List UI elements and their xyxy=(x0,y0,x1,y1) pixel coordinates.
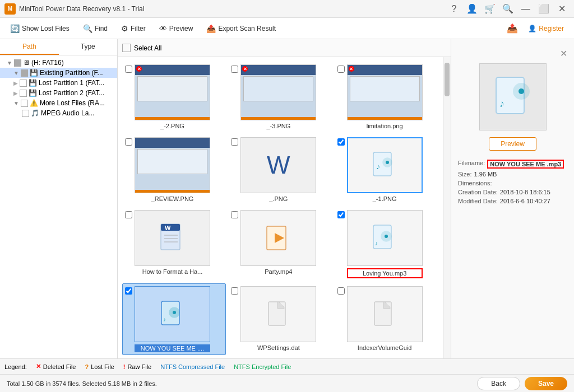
file-name: NOW YOU SEE ME .... xyxy=(135,344,210,352)
list-item[interactable]: ✕ _-3.PNG xyxy=(228,62,332,132)
tree-item-mpeg-audio[interactable]: 🎵 MPEG Audio La... xyxy=(0,108,117,118)
tree-item-existing-partition[interactable]: ▼ 💾 Existing Partition (F... xyxy=(0,68,117,78)
app-icon: M xyxy=(4,3,16,15)
preview-button[interactable]: 👁 Preview xyxy=(154,22,199,35)
tree-item-more-lost-files[interactable]: ▼ ⚠️ More Lost Files (RA... xyxy=(0,98,117,108)
drive-icon: 🖥 xyxy=(23,59,30,67)
partition-icon: 💾 xyxy=(29,89,37,97)
filename-value: NOW YOU SEE ME .mp3 xyxy=(487,160,564,169)
lost-partition-1-label: Lost Partition 1 (FAT... xyxy=(39,79,104,87)
mpeg-audio-checkbox[interactable] xyxy=(22,110,29,117)
filter-icon: ⚙ xyxy=(121,24,128,33)
file-checkbox[interactable] xyxy=(231,66,238,73)
minimize-icon[interactable]: — xyxy=(518,1,534,17)
ntfs-compressed-label: NTFS Compressed File xyxy=(160,363,225,370)
file-checkbox[interactable] xyxy=(337,211,345,218)
file-name: _-1.PNG xyxy=(347,195,423,202)
file-checkbox[interactable] xyxy=(337,287,345,295)
file-name: _-2.PNG xyxy=(135,123,210,129)
select-all-checkbox[interactable] xyxy=(122,44,131,52)
preview-mp3-icon: ♪ xyxy=(490,74,535,119)
svg-point-3 xyxy=(386,161,389,164)
list-item[interactable]: IndexerVolumeGuid xyxy=(335,283,438,355)
search-icon[interactable]: 🔍 xyxy=(500,1,516,17)
file-name: _REVIEW.PNG xyxy=(135,195,210,202)
file-thumbnail: W xyxy=(240,137,316,193)
show-lost-files-button[interactable]: 🔄 Show Lost Files xyxy=(4,22,75,35)
list-item[interactable]: ♪ NOW YOU SEE ME .... xyxy=(122,283,226,355)
filter-button[interactable]: ⚙ Filter xyxy=(115,22,151,35)
file-checkbox[interactable] xyxy=(337,138,345,146)
restore-icon[interactable]: ⬜ xyxy=(536,1,552,17)
file-name: Loving You.mp3 xyxy=(347,268,423,278)
close-icon[interactable]: ✕ xyxy=(554,1,570,17)
file-thumbnail: ✕ xyxy=(347,64,423,120)
raw-file-legend: ! Raw File xyxy=(123,363,151,370)
list-item[interactable]: ✕ limitation.png xyxy=(335,62,438,132)
left-panel: Path Type ▼ 🖥 (H: FAT16) ▼ 💾 Existing Pa… xyxy=(0,39,118,358)
help-icon[interactable]: ? xyxy=(446,1,462,17)
find-button[interactable]: 🔍 Find xyxy=(77,22,113,35)
lost-files-icon: 🔄 xyxy=(10,24,20,33)
preview-action-button[interactable]: Preview xyxy=(489,137,536,151)
size-label: Size: xyxy=(458,171,471,178)
creation-date-label: Creation Date: xyxy=(458,189,498,195)
tree-item-lost-partition-2[interactable]: ▶ 💾 Lost Partition 2 (FAT... xyxy=(0,88,117,98)
root-checkbox[interactable] xyxy=(14,59,21,67)
toolbar-left: 🔄 Show Lost Files 🔍 Find ⚙ Filter 👁 Prev… xyxy=(4,22,281,35)
file-checkbox[interactable] xyxy=(125,138,132,146)
list-item[interactable]: ♪ Loving You.mp3 xyxy=(335,207,438,281)
tab-path[interactable]: Path xyxy=(0,39,59,55)
back-button[interactable]: Back xyxy=(477,377,520,390)
list-item[interactable]: ♪ _-1.PNG xyxy=(335,134,438,205)
expand-icon: ▼ xyxy=(13,100,19,106)
more-lost-files-checkbox[interactable] xyxy=(21,100,28,107)
file-thumbnail xyxy=(347,286,423,342)
tree-item-lost-partition-1[interactable]: ▶ 💾 Lost Partition 1 (FAT... xyxy=(0,78,117,88)
list-item[interactable]: _REVIEW.PNG xyxy=(122,134,226,205)
list-item[interactable]: Party.mp4 xyxy=(228,207,332,281)
cart-icon[interactable]: 🛒 xyxy=(482,1,498,17)
tree-root[interactable]: ▼ 🖥 (H: FAT16) xyxy=(0,58,117,68)
audio-icon: 🎵 xyxy=(31,109,39,117)
creation-date-value: 2018-10-8 18:6:15 xyxy=(500,189,550,195)
grid-scrollbar[interactable] xyxy=(443,57,451,358)
list-item[interactable]: W How to Format a Ha... xyxy=(122,207,226,281)
file-checkbox[interactable] xyxy=(337,66,345,73)
size-row: Size: 1.96 MB xyxy=(458,171,567,178)
expand-icon: ▼ xyxy=(13,70,19,76)
share-icon[interactable]: 📤 xyxy=(504,21,520,36)
file-checkbox[interactable] xyxy=(125,287,132,295)
word-doc-icon: W xyxy=(159,223,187,254)
lost-partition-1-checkbox[interactable] xyxy=(20,80,27,87)
register-button[interactable]: 👤 Register xyxy=(522,22,570,35)
find-icon: 🔍 xyxy=(83,24,92,33)
list-item[interactable]: W _.PNG xyxy=(228,134,332,205)
file-info: Filename: NOW YOU SEE ME .mp3 Size: 1.96… xyxy=(458,160,567,207)
user-icon[interactable]: 👤 xyxy=(464,1,480,17)
save-button[interactable]: Save xyxy=(525,377,567,390)
mp4-icon xyxy=(265,224,293,252)
more-lost-files-label: More Lost Files (RA... xyxy=(40,99,105,107)
lost-partition-2-checkbox[interactable] xyxy=(20,90,27,97)
file-thumbnail: W xyxy=(135,210,210,266)
file-checkbox[interactable] xyxy=(125,66,132,73)
export-scan-result-button[interactable]: 📤 Export Scan Result xyxy=(201,22,281,35)
folder-icon: ⚠️ xyxy=(30,99,38,107)
file-thumbnail: ✕ xyxy=(240,64,316,120)
file-checkbox[interactable] xyxy=(125,211,132,218)
deleted-file-label: Deleted File xyxy=(43,363,76,370)
existing-partition-checkbox[interactable] xyxy=(21,69,28,77)
close-info-panel-button[interactable]: ✕ xyxy=(560,48,567,59)
file-checkbox[interactable] xyxy=(231,138,238,146)
creation-date-row: Creation Date: 2018-10-8 18:6:15 xyxy=(458,189,567,195)
expand-icon: ▶ xyxy=(13,80,18,86)
file-name: Party.mp4 xyxy=(240,268,316,275)
list-item[interactable]: WPSettings.dat xyxy=(228,283,332,355)
file-checkbox[interactable] xyxy=(231,211,238,218)
scroll-thumb[interactable] xyxy=(445,63,450,96)
tab-type[interactable]: Type xyxy=(59,39,118,55)
file-checkbox[interactable] xyxy=(231,287,238,295)
list-item[interactable]: ✕ _-2.PNG xyxy=(122,62,226,132)
root-label: (H: FAT16) xyxy=(31,59,64,67)
